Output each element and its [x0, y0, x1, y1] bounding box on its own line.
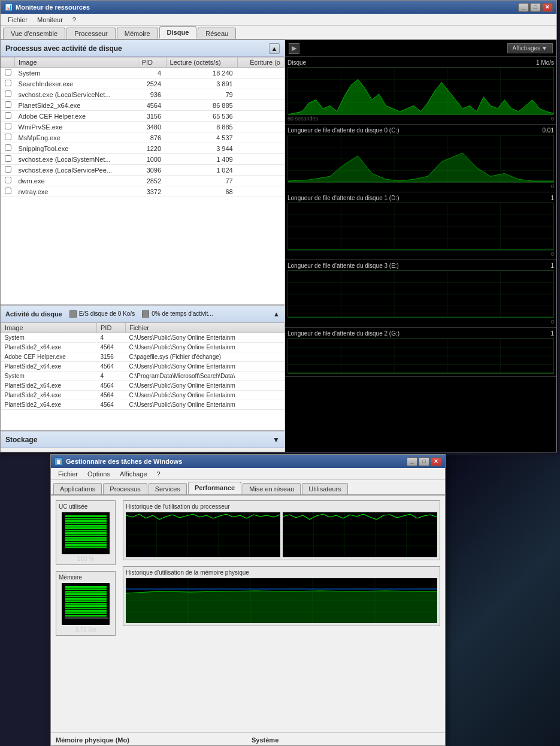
tm-menu-options[interactable]: Options [83, 469, 115, 479]
cpu-label: UC utilisée [59, 503, 113, 510]
minimize-button[interactable]: _ [518, 3, 529, 12]
col-write[interactable]: Écriture (o [238, 58, 284, 68]
memory-gauge-svg [63, 584, 108, 625]
process-pid: 876 [138, 132, 166, 143]
activity-table-container[interactable]: Image PID Fichier System 4 C:\Users\Publ… [1, 322, 284, 430]
process-checkbox[interactable] [1, 186, 15, 197]
memory-gauge [62, 583, 110, 625]
queue1-title: Longueur de file d'attente du disque 1 (… [287, 195, 399, 201]
process-read: 86 885 [166, 100, 238, 111]
process-name: dwm.exe [15, 176, 138, 186]
disk-chart-header: Disque 1 Mo/s [287, 59, 554, 66]
process-checkbox[interactable] [1, 176, 15, 186]
disk-chart-footer: 60 secondes 0 [287, 116, 554, 122]
process-checkbox[interactable] [1, 78, 15, 89]
cpu-chart-svg-2 [283, 512, 437, 557]
tab-vue-ensemble[interactable]: Vue d'ensemble [3, 28, 65, 39]
process-checkbox[interactable] [1, 111, 15, 122]
tm-tab-reseau[interactable]: Mise en réseau [243, 483, 301, 494]
menu-fichier[interactable]: Fichier [3, 15, 32, 25]
process-table-container[interactable]: Image PID Lecture (octets/s) Écriture (o… [1, 57, 284, 304]
systeme-title: Système [252, 736, 440, 744]
process-read: 3 944 [166, 143, 238, 154]
queue0-title: Longueur de file d'attente du disque 0 (… [287, 127, 399, 134]
act-file: C:\Users\Public\Sony Online Entertainm [125, 381, 284, 391]
tm-maximize-button[interactable]: □ [419, 457, 429, 466]
svg-marker-7 [288, 80, 553, 115]
table-row: svchost.exe (LocalServicePee... 3096 1 0… [1, 165, 284, 176]
tab-disque[interactable]: Disque [159, 26, 197, 39]
affichages-button[interactable]: Affichages ▼ [507, 43, 553, 53]
physical-memory-title: Mémoire physique (Mo) [56, 736, 244, 744]
svg-rect-44 [65, 525, 107, 527]
disk-chart-area [287, 67, 554, 115]
disk-chart-value: 1 Mo/s [536, 59, 554, 66]
act-file: C:\Users\Public\Sony Online Entertainm [125, 391, 284, 400]
tab-processeur[interactable]: Processeur [66, 28, 116, 39]
tm-tab-applications[interactable]: Applications [53, 483, 102, 494]
process-read: 18 240 [166, 68, 238, 78]
col-image[interactable]: Image [15, 58, 138, 68]
queue3-title: Longueur de file d'attente du disque 3 (… [287, 262, 399, 269]
memory-chart-svg [126, 578, 437, 623]
list-item: PlanetSide2_x64.exe 4564 C:\Users\Public… [1, 362, 284, 372]
process-checkbox[interactable] [1, 68, 15, 78]
menu-moniteur[interactable]: Moniteur [32, 15, 68, 25]
process-name: WmiPrvSE.exe [15, 122, 138, 132]
process-checkbox[interactable] [1, 89, 15, 100]
process-pid: 3096 [138, 165, 166, 176]
process-checkbox[interactable] [1, 132, 15, 143]
maximize-button[interactable]: □ [530, 3, 541, 12]
list-item: System 4 C:\Users\Public\Sony Online Ent… [1, 333, 284, 343]
task-manager-title: Gestionnaire des tâches de Windows [66, 458, 182, 465]
svg-marker-15 [288, 153, 553, 182]
resource-monitor-titlebar: 📊 Moniteur de ressources _ □ ✕ [1, 1, 556, 14]
activity-title: Activité du disque [5, 310, 62, 318]
tm-tab-processus[interactable]: Processus [103, 483, 147, 494]
queue2-title: Longueur de file d'attente du disque 2 (… [287, 330, 399, 337]
task-manager-icon: 📋 [55, 457, 63, 466]
tm-tab-performance[interactable]: Performance [188, 482, 241, 494]
tm-menu-fichier[interactable]: Fichier [53, 469, 83, 479]
io-icon [69, 310, 77, 318]
process-write [238, 176, 284, 186]
queue1-value: 1 [550, 195, 554, 201]
tm-tab-services[interactable]: Services [149, 483, 187, 494]
expand-button[interactable]: ▶ [289, 43, 299, 54]
svg-rect-65 [65, 612, 107, 614]
storage-collapse-btn[interactable]: ▼ [273, 436, 280, 444]
svg-rect-51 [65, 542, 107, 543]
tm-tab-utilisateurs[interactable]: Utilisateurs [302, 483, 347, 494]
close-button[interactable]: ✕ [542, 3, 553, 12]
svg-rect-62 [65, 605, 107, 607]
process-checkbox[interactable] [1, 122, 15, 132]
tm-menu-help[interactable]: ? [152, 469, 165, 479]
process-checkbox[interactable] [1, 165, 15, 176]
svg-marker-39 [288, 373, 553, 373]
queue3-header: Longueur de file d'attente du disque 3 (… [287, 262, 554, 269]
col-read[interactable]: Lecture (octets/s) [166, 58, 238, 68]
resource-monitor-title: Moniteur de ressources [16, 4, 518, 11]
act-pid: 4564 [97, 400, 126, 410]
process-checkbox[interactable] [1, 100, 15, 111]
act-pid: 3156 [97, 352, 126, 362]
list-item: PlanetSide2_x64.exe 4564 C:\Users\Public… [1, 381, 284, 391]
disk-time-label: 60 secondes [287, 116, 318, 122]
process-collapse-btn[interactable]: ▲ [269, 43, 280, 54]
tab-reseau[interactable]: Réseau [198, 28, 236, 39]
menu-help[interactable]: ? [68, 15, 81, 25]
act-col-pid: PID [97, 323, 126, 333]
tm-menu-affichage[interactable]: Affichage [115, 469, 152, 479]
act-file: C:\Users\Public\Sony Online Entertainm [125, 343, 284, 352]
process-checkbox[interactable] [1, 154, 15, 165]
process-write [238, 132, 284, 143]
col-pid[interactable]: PID [138, 58, 166, 68]
process-pid: 1220 [138, 143, 166, 154]
process-checkbox[interactable] [1, 143, 15, 154]
tm-close-button[interactable]: ✕ [431, 457, 441, 466]
tm-minimize-button[interactable]: _ [407, 457, 417, 466]
svg-rect-67 [65, 617, 108, 619]
activity-collapse-btn[interactable]: ▲ [273, 310, 280, 318]
act-file: C:\Users\Public\Sony Online Entertainm [125, 400, 284, 410]
tab-memoire[interactable]: Mémoire [117, 28, 158, 39]
